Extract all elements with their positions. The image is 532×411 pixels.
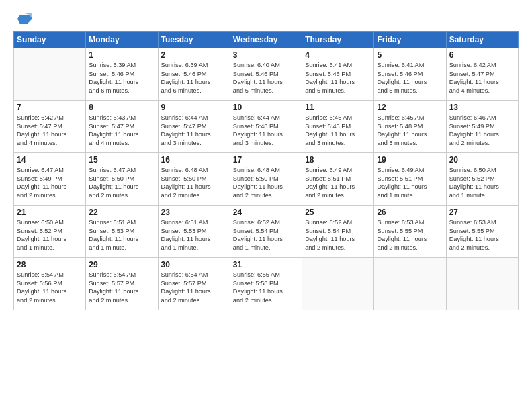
- calendar-cell: 5Sunrise: 6:41 AM Sunset: 5:46 PM Daylig…: [374, 48, 446, 101]
- day-number: 2: [161, 50, 227, 60]
- calendar-cell: 15Sunrise: 6:47 AM Sunset: 5:50 PM Dayli…: [86, 153, 158, 205]
- calendar-cell: 28Sunrise: 6:54 AM Sunset: 5:56 PM Dayli…: [14, 258, 86, 310]
- day-number: 21: [17, 208, 83, 217]
- day-number: 15: [89, 155, 154, 165]
- day-info: Sunrise: 6:55 AM Sunset: 5:58 PM Dayligh…: [233, 271, 299, 304]
- calendar-cell: 6Sunrise: 6:42 AM Sunset: 5:47 PM Daylig…: [446, 48, 518, 101]
- day-info: Sunrise: 6:53 AM Sunset: 5:55 PM Dayligh…: [377, 218, 443, 252]
- day-info: Sunrise: 6:45 AM Sunset: 5:48 PM Dayligh…: [305, 113, 371, 147]
- day-number: 12: [377, 103, 443, 112]
- calendar-cell: 1Sunrise: 6:39 AM Sunset: 5:46 PM Daylig…: [86, 48, 158, 101]
- day-info: Sunrise: 6:42 AM Sunset: 5:47 PM Dayligh…: [449, 61, 515, 95]
- day-info: Sunrise: 6:52 AM Sunset: 5:54 PM Dayligh…: [305, 218, 371, 252]
- calendar-cell: 17Sunrise: 6:48 AM Sunset: 5:50 PM Dayli…: [230, 153, 302, 205]
- calendar-cell: 4Sunrise: 6:41 AM Sunset: 5:46 PM Daylig…: [302, 48, 374, 101]
- day-number: 5: [377, 50, 443, 60]
- calendar-cell: 12Sunrise: 6:45 AM Sunset: 5:48 PM Dayli…: [374, 101, 446, 153]
- day-info: Sunrise: 6:40 AM Sunset: 5:46 PM Dayligh…: [233, 61, 299, 95]
- day-number: 19: [377, 155, 443, 165]
- header-row: SundayMondayTuesdayWednesdayThursdayFrid…: [14, 32, 519, 48]
- day-number: 16: [161, 155, 227, 165]
- day-number: 27: [449, 208, 515, 217]
- week-row-5: 28Sunrise: 6:54 AM Sunset: 5:56 PM Dayli…: [14, 258, 519, 310]
- day-info: Sunrise: 6:54 AM Sunset: 5:56 PM Dayligh…: [17, 271, 83, 304]
- day-number: 9: [161, 103, 227, 112]
- header-tuesday: Tuesday: [158, 32, 230, 48]
- day-info: Sunrise: 6:39 AM Sunset: 5:46 PM Dayligh…: [89, 61, 154, 95]
- day-info: Sunrise: 6:50 AM Sunset: 5:52 PM Dayligh…: [449, 166, 515, 199]
- calendar-cell: 26Sunrise: 6:53 AM Sunset: 5:55 PM Dayli…: [374, 205, 446, 258]
- header-friday: Friday: [374, 32, 446, 48]
- calendar-page: SundayMondayTuesdayWednesdayThursdayFrid…: [0, 0, 532, 411]
- calendar-header: SundayMondayTuesdayWednesdayThursdayFrid…: [14, 32, 519, 48]
- day-info: Sunrise: 6:51 AM Sunset: 5:53 PM Dayligh…: [89, 218, 154, 252]
- logo: [13, 12, 34, 26]
- day-number: 20: [449, 155, 515, 165]
- day-info: Sunrise: 6:42 AM Sunset: 5:47 PM Dayligh…: [17, 113, 83, 147]
- calendar-cell: 3Sunrise: 6:40 AM Sunset: 5:46 PM Daylig…: [230, 48, 302, 101]
- calendar-cell: [446, 258, 518, 310]
- week-row-4: 21Sunrise: 6:50 AM Sunset: 5:52 PM Dayli…: [14, 205, 519, 258]
- day-info: Sunrise: 6:54 AM Sunset: 5:57 PM Dayligh…: [161, 271, 227, 304]
- day-number: 7: [17, 103, 83, 112]
- week-row-1: 1Sunrise: 6:39 AM Sunset: 5:46 PM Daylig…: [14, 48, 519, 101]
- calendar-cell: 18Sunrise: 6:49 AM Sunset: 5:51 PM Dayli…: [302, 153, 374, 205]
- calendar-cell: 29Sunrise: 6:54 AM Sunset: 5:57 PM Dayli…: [86, 258, 158, 310]
- day-info: Sunrise: 6:49 AM Sunset: 5:51 PM Dayligh…: [305, 166, 371, 199]
- day-info: Sunrise: 6:47 AM Sunset: 5:50 PM Dayligh…: [89, 166, 154, 199]
- day-info: Sunrise: 6:53 AM Sunset: 5:55 PM Dayligh…: [449, 218, 515, 252]
- day-number: 23: [161, 208, 227, 217]
- day-number: 31: [233, 260, 299, 269]
- calendar-cell: [302, 258, 374, 310]
- day-number: 18: [305, 155, 371, 165]
- calendar-cell: 27Sunrise: 6:53 AM Sunset: 5:55 PM Dayli…: [446, 205, 518, 258]
- calendar-cell: 16Sunrise: 6:48 AM Sunset: 5:50 PM Dayli…: [158, 153, 230, 205]
- calendar-cell: 24Sunrise: 6:52 AM Sunset: 5:54 PM Dayli…: [230, 205, 302, 258]
- calendar-cell: 9Sunrise: 6:44 AM Sunset: 5:47 PM Daylig…: [158, 101, 230, 153]
- day-number: 17: [233, 155, 299, 165]
- day-info: Sunrise: 6:50 AM Sunset: 5:52 PM Dayligh…: [17, 218, 83, 252]
- day-info: Sunrise: 6:43 AM Sunset: 5:47 PM Dayligh…: [89, 113, 154, 147]
- calendar-cell: 21Sunrise: 6:50 AM Sunset: 5:52 PM Dayli…: [14, 205, 86, 258]
- calendar-cell: [14, 48, 86, 101]
- day-info: Sunrise: 6:49 AM Sunset: 5:51 PM Dayligh…: [377, 166, 443, 199]
- calendar-cell: 19Sunrise: 6:49 AM Sunset: 5:51 PM Dayli…: [374, 153, 446, 205]
- calendar-cell: 20Sunrise: 6:50 AM Sunset: 5:52 PM Dayli…: [446, 153, 518, 205]
- calendar-cell: 10Sunrise: 6:44 AM Sunset: 5:48 PM Dayli…: [230, 101, 302, 153]
- day-info: Sunrise: 6:54 AM Sunset: 5:57 PM Dayligh…: [89, 271, 154, 304]
- day-number: 29: [89, 260, 154, 269]
- calendar-cell: 30Sunrise: 6:54 AM Sunset: 5:57 PM Dayli…: [158, 258, 230, 310]
- day-number: 11: [305, 103, 371, 112]
- day-info: Sunrise: 6:44 AM Sunset: 5:47 PM Dayligh…: [161, 113, 227, 147]
- calendar-cell: 23Sunrise: 6:51 AM Sunset: 5:53 PM Dayli…: [158, 205, 230, 258]
- day-number: 14: [17, 155, 83, 165]
- calendar-cell: 22Sunrise: 6:51 AM Sunset: 5:53 PM Dayli…: [86, 205, 158, 258]
- calendar-table: SundayMondayTuesdayWednesdayThursdayFrid…: [13, 31, 519, 310]
- day-number: 4: [305, 50, 371, 60]
- calendar-cell: 7Sunrise: 6:42 AM Sunset: 5:47 PM Daylig…: [14, 101, 86, 153]
- day-number: 22: [89, 208, 154, 217]
- day-number: 10: [233, 103, 299, 112]
- calendar-cell: 8Sunrise: 6:43 AM Sunset: 5:47 PM Daylig…: [86, 101, 158, 153]
- day-number: 6: [449, 50, 515, 60]
- calendar-cell: 2Sunrise: 6:39 AM Sunset: 5:46 PM Daylig…: [158, 48, 230, 101]
- header-saturday: Saturday: [446, 32, 518, 48]
- day-number: 24: [233, 208, 299, 217]
- day-info: Sunrise: 6:44 AM Sunset: 5:48 PM Dayligh…: [233, 113, 299, 147]
- day-info: Sunrise: 6:46 AM Sunset: 5:49 PM Dayligh…: [449, 113, 515, 147]
- calendar-cell: 31Sunrise: 6:55 AM Sunset: 5:58 PM Dayli…: [230, 258, 302, 310]
- day-info: Sunrise: 6:48 AM Sunset: 5:50 PM Dayligh…: [161, 166, 227, 199]
- calendar-cell: 14Sunrise: 6:47 AM Sunset: 5:49 PM Dayli…: [14, 153, 86, 205]
- calendar-cell: 13Sunrise: 6:46 AM Sunset: 5:49 PM Dayli…: [446, 101, 518, 153]
- day-number: 26: [377, 208, 443, 217]
- day-number: 28: [17, 260, 83, 269]
- day-info: Sunrise: 6:39 AM Sunset: 5:46 PM Dayligh…: [161, 61, 227, 95]
- calendar-cell: 25Sunrise: 6:52 AM Sunset: 5:54 PM Dayli…: [302, 205, 374, 258]
- day-info: Sunrise: 6:48 AM Sunset: 5:50 PM Dayligh…: [233, 166, 299, 199]
- day-number: 13: [449, 103, 515, 112]
- day-info: Sunrise: 6:47 AM Sunset: 5:49 PM Dayligh…: [17, 166, 83, 199]
- day-info: Sunrise: 6:45 AM Sunset: 5:48 PM Dayligh…: [377, 113, 443, 147]
- logo-text: [13, 12, 34, 27]
- day-number: 3: [233, 50, 299, 60]
- day-info: Sunrise: 6:41 AM Sunset: 5:46 PM Dayligh…: [377, 61, 443, 95]
